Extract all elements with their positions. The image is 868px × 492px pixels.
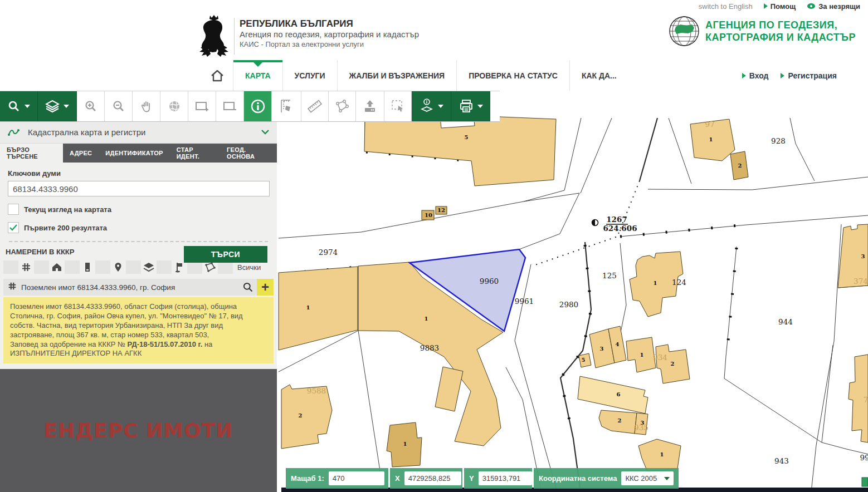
map-label: 4	[616, 341, 620, 347]
zoom-rect-out-button[interactable]	[216, 91, 244, 121]
filter-checkbox-parcel[interactable]	[3, 260, 18, 274]
map-label: 1	[660, 451, 664, 457]
result-row[interactable]: Поземлен имот 68134.4333.9960, гр. София…	[3, 279, 274, 296]
scale-input[interactable]	[329, 471, 384, 485]
map-label: 1	[403, 441, 407, 447]
crs-select[interactable]: ККС 2005	[621, 471, 674, 485]
map-label: 1	[709, 136, 713, 142]
layers-icon[interactable]	[142, 262, 155, 273]
detail-order-number: РД-18-51/15.07.2010 г.	[128, 340, 203, 348]
map-label: 10	[425, 212, 432, 218]
scale-label: Мащаб 1:	[291, 474, 324, 483]
current-view-checkbox[interactable]	[8, 204, 19, 215]
login-link[interactable]: Вход	[742, 71, 769, 80]
register-link[interactable]: Регистрация	[781, 71, 837, 80]
tab-geod-osnova[interactable]: ГЕОД. ОСНОВА	[220, 144, 277, 163]
select-rect-icon	[391, 99, 405, 114]
pan-button[interactable]	[133, 91, 160, 121]
polygon-icon[interactable]	[203, 262, 217, 273]
search-tabs: БЪРЗО ТЪРСЕНЕ АДРЕС ИДЕНТИФИКАТОР СТАР И…	[0, 144, 277, 163]
green-arrow-icon	[781, 73, 784, 78]
map-label: 374	[854, 277, 868, 286]
filter-checkbox-flag[interactable]	[157, 260, 172, 274]
house-icon[interactable]	[50, 262, 64, 273]
eye-icon	[807, 3, 816, 9]
x-coordinate-input[interactable]	[404, 471, 461, 485]
y-label: Y	[469, 474, 474, 483]
map-label: 1267	[606, 215, 627, 224]
map-label: 1	[654, 280, 657, 286]
filter-checkbox-building[interactable]	[65, 260, 80, 274]
accessibility-label: За незрящи	[818, 2, 860, 11]
map-label: 5	[465, 134, 469, 140]
x-label: X	[395, 474, 400, 483]
map-canvas[interactable]: 2974996099612980988392812512494494399126…	[277, 91, 868, 492]
first-200-label: Първите 200 резултата	[24, 224, 107, 232]
keywords-input[interactable]	[8, 181, 270, 196]
upload-button[interactable]	[356, 91, 384, 121]
tab-proverka[interactable]: ПРОВЕРКА НА СТАТУС	[456, 60, 569, 91]
green-arrow-icon	[742, 73, 746, 78]
layers-icon	[45, 100, 60, 113]
tab-karta[interactable]: КАРТА	[233, 60, 282, 91]
zoom-in-icon	[84, 100, 97, 113]
map-label: 99	[860, 453, 868, 462]
measure-area-button[interactable]	[272, 91, 301, 121]
map-label: 7	[864, 395, 868, 404]
home-button[interactable]	[202, 60, 233, 91]
top-links-bar: switch to English Помощ За незрящи	[0, 0, 868, 12]
home-icon	[210, 69, 225, 82]
draw-polygon-button[interactable]	[329, 91, 356, 121]
agkk-logo: АГЕНЦИЯ ПО ГЕОДЕЗИЯ, КАРТОГРАФИЯ И КАДАС…	[669, 16, 856, 47]
detail-text: Поземлен имот 68134.4333.9960, област Со…	[10, 302, 243, 339]
map-label: 934	[653, 353, 667, 362]
zoom-out-button[interactable]	[105, 91, 133, 121]
location-pin-icon[interactable]	[111, 262, 125, 273]
measure-ruler-button[interactable]	[301, 91, 329, 121]
zoom-rect-in-button[interactable]	[188, 91, 216, 121]
filter-checkbox-house[interactable]	[34, 260, 49, 274]
world-extent-button[interactable]	[160, 91, 188, 121]
crs-value: ККС 2005	[625, 474, 657, 483]
zoom-in-button[interactable]	[77, 91, 105, 121]
filter-checkbox-point[interactable]	[95, 260, 110, 274]
building-icon[interactable]	[81, 262, 94, 273]
tab-uslugi[interactable]: УСЛУГИ	[282, 60, 337, 91]
agency-subtitle: Агенция по геодезия, картография и кадас…	[240, 29, 419, 40]
accessibility-link[interactable]: За незрящи	[807, 2, 860, 11]
print-button[interactable]	[451, 91, 490, 121]
layers-tool-button[interactable]	[38, 91, 77, 121]
y-coordinate-input[interactable]	[479, 471, 532, 485]
help-link[interactable]: Помощ	[764, 2, 796, 11]
rect-zoom-in-icon	[195, 100, 209, 112]
tab-zhalbi[interactable]: ЖАЛБИ И ВЪЗРАЖЕНИЯ	[337, 60, 457, 91]
module-header[interactable]: Кадастрална карта и регистри	[0, 121, 277, 144]
rect-zoom-out-icon	[223, 100, 237, 112]
coat-of-arms-lion	[198, 14, 231, 57]
tab-barzo-tarsene[interactable]: БЪРЗО ТЪРСЕНЕ	[0, 144, 63, 163]
select-rect-button[interactable]	[384, 91, 412, 121]
identify-button[interactable]	[244, 91, 272, 121]
header-divider	[234, 18, 235, 55]
zoom-to-result-button[interactable]	[239, 282, 257, 293]
tab-identifikator[interactable]: ИДЕНТИФИКАТОР	[99, 144, 169, 163]
search-button[interactable]: ТЪРСИ	[184, 246, 267, 263]
flag-icon[interactable]	[173, 262, 186, 273]
switch-language-link[interactable]: switch to English	[699, 2, 753, 11]
map-status-bar: Мащаб 1: X Y Координатна система ККС 200…	[286, 468, 679, 489]
check-icon	[9, 224, 17, 231]
map-label: 9588	[307, 386, 326, 395]
map-label: 124	[672, 278, 686, 287]
crs-section: Координатна система ККС 2005	[534, 468, 679, 489]
tab-star-ident[interactable]: СТАР ИДЕНТ.	[170, 144, 220, 163]
header: РЕПУБЛИКА БЪЛГАРИЯ Агенция по геодезия, …	[0, 12, 868, 60]
tab-kak-da[interactable]: КАК ДА...	[569, 60, 628, 91]
parcel-grid-icon[interactable]	[19, 262, 33, 273]
search-tool-button[interactable]	[0, 91, 38, 121]
add-result-button[interactable]: +	[257, 279, 274, 296]
map-label: 3	[861, 253, 865, 259]
layer-info-button[interactable]	[412, 91, 451, 121]
tab-adres[interactable]: АДРЕС	[63, 144, 99, 163]
filter-checkbox-layers[interactable]	[126, 260, 141, 274]
first-200-checkbox[interactable]	[8, 222, 19, 233]
